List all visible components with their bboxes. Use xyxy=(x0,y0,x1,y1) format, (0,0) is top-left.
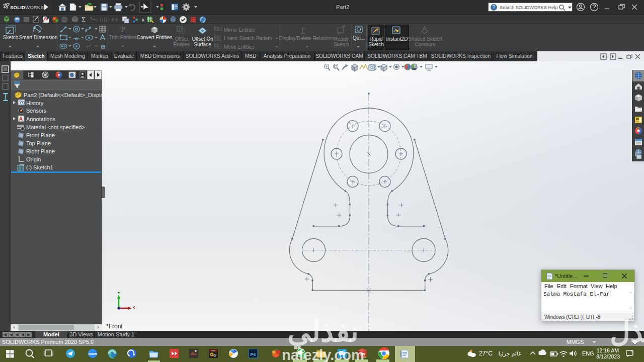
svg-text:zoom: zoom xyxy=(89,352,97,355)
svg-text:Σ: Σ xyxy=(82,16,86,24)
svg-text:PRS: PRS xyxy=(211,350,215,352)
svg-text:SOLIDWORKS: SOLIDWORKS xyxy=(10,5,44,10)
svg-text:*Front: *Front xyxy=(106,323,123,330)
svg-text:Ps: Ps xyxy=(250,352,256,357)
svg-text:ENG: ENG xyxy=(582,350,594,356)
svg-text:غائم جزئيا: غائم جزئيا xyxy=(499,350,521,357)
svg-text:Part2 (Default<<Default>_Disp: Part2 (Default<<Default>_Display S xyxy=(24,92,102,98)
svg-text:8/13/2023: 8/13/2023 xyxy=(596,353,620,359)
svg-text:Right Plane: Right Plane xyxy=(26,148,55,154)
svg-text:Sensors: Sensors xyxy=(26,108,47,114)
svg-text:27°C: 27°C xyxy=(479,350,493,357)
svg-text:12:16 AM: 12:16 AM xyxy=(597,347,619,353)
svg-text:Annotations: Annotations xyxy=(26,116,56,122)
svg-text:Material <not specified>: Material <not specified> xyxy=(26,124,85,130)
svg-text:Front Plane: Front Plane xyxy=(26,132,55,138)
svg-text:History: History xyxy=(26,100,44,106)
svg-text:Origin: Origin xyxy=(26,156,41,162)
svg-text:(-) Sketch1: (-) Sketch1 xyxy=(26,164,53,170)
svg-text:A: A xyxy=(19,116,23,122)
svg-text:Top Plane: Top Plane xyxy=(26,140,51,146)
